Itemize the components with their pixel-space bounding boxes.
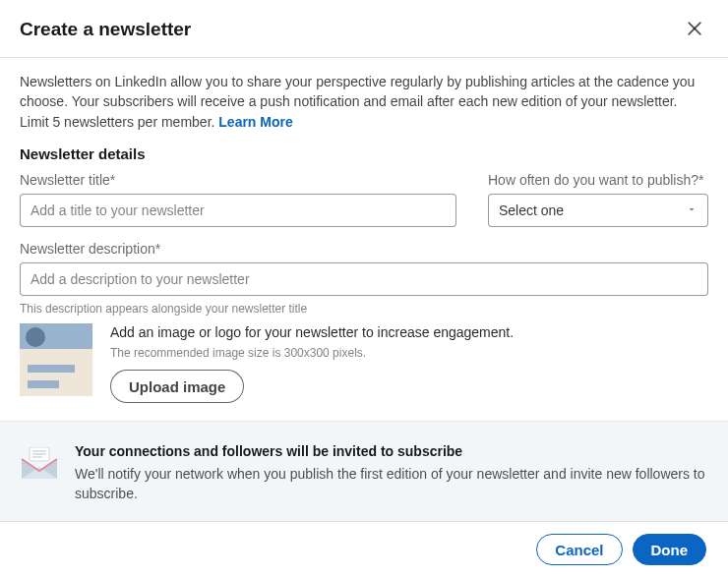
close-button[interactable] (679, 14, 710, 45)
upload-title: Add an image or logo for your newsletter… (110, 323, 708, 343)
frequency-field: How often do you want to publish?* Selec… (488, 172, 708, 227)
description-helper: This description appears alongside your … (20, 302, 708, 316)
frequency-select[interactable]: Select one (488, 194, 708, 227)
description-field: Newsletter description* This description… (20, 241, 708, 316)
title-frequency-row: Newsletter title* How often do you want … (20, 172, 708, 227)
cancel-button[interactable]: Cancel (536, 534, 622, 565)
create-newsletter-modal: Create a newsletter Newsletters on Linke… (0, 0, 728, 577)
title-label: Newsletter title* (20, 172, 456, 188)
modal-footer: Cancel Done (0, 521, 728, 577)
upload-section: Add an image or logo for your newsletter… (20, 323, 708, 404)
upload-copy: Add an image or logo for your newsletter… (110, 323, 708, 404)
notice-body: We'll notify your network when you publi… (75, 465, 708, 503)
invite-notice: Your connections and followers will be i… (0, 421, 728, 521)
image-placeholder-icon (20, 323, 92, 396)
intro-copy: Newsletters on LinkedIn allow you to sha… (20, 74, 695, 130)
modal-body[interactable]: Newsletters on LinkedIn allow you to sha… (0, 58, 728, 521)
close-icon (685, 19, 704, 41)
details-heading: Newsletter details (20, 145, 708, 162)
title-field: Newsletter title* (20, 172, 456, 227)
done-button[interactable]: Done (633, 534, 707, 565)
newsletter-description-input[interactable] (20, 262, 708, 296)
notice-title: Your connections and followers will be i… (75, 443, 708, 459)
intro-text: Newsletters on LinkedIn allow you to sha… (20, 72, 708, 132)
modal-header: Create a newsletter (0, 0, 728, 58)
description-label: Newsletter description* (20, 241, 708, 257)
newsletter-title-input[interactable] (20, 194, 456, 227)
envelope-icon (20, 447, 59, 481)
frequency-selected: Select one (499, 202, 564, 218)
frequency-label: How often do you want to publish?* (488, 172, 708, 188)
modal-title: Create a newsletter (20, 19, 191, 40)
chevron-down-icon (686, 202, 698, 218)
learn-more-link[interactable]: Learn More (218, 114, 292, 130)
upload-subtitle: The recommended image size is 300x300 pi… (110, 346, 708, 360)
upload-image-button[interactable]: Upload image (110, 370, 244, 403)
notice-text: Your connections and followers will be i… (75, 443, 708, 503)
